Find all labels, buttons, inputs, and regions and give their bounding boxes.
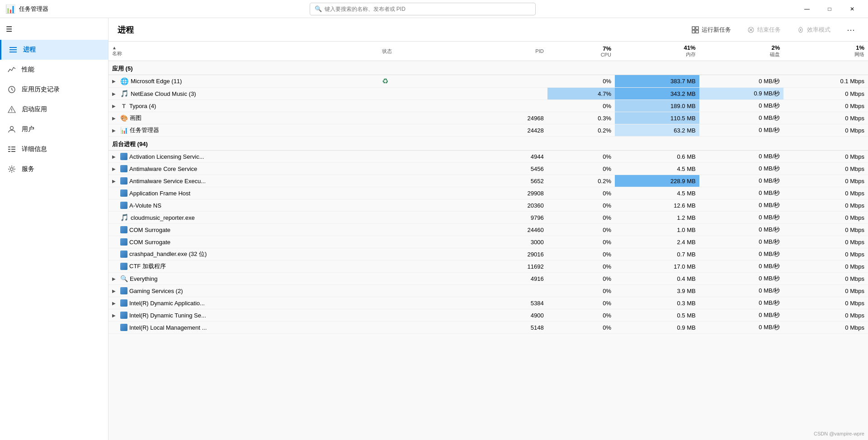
process-name-cell: ▶ 🎵 NetEase Cloud Music (3) <box>108 88 378 100</box>
expand-arrow[interactable]: ▶ <box>112 91 118 96</box>
expand-arrow[interactable]: ▶ <box>112 313 118 318</box>
process-table-container[interactable]: ▲ 名称 状态 PID <box>108 42 868 440</box>
process-icon: 🎵 <box>120 90 129 98</box>
process-name: 任务管理器 <box>130 126 375 134</box>
process-status-cell <box>378 285 480 297</box>
table-row[interactable]: ▶ Activation Licensing Servic... 4944 0%… <box>108 151 868 163</box>
table-row[interactable]: ▶ Intel(R) Dynamic Tuning Se... 4900 0% … <box>108 309 868 322</box>
col-disk[interactable]: 2% 磁盘 <box>699 42 784 61</box>
process-network: 0 Mbps <box>783 100 868 112</box>
table-row[interactable]: ▶ 📊 任务管理器 24428 0.2% 63.2 MB 0 MB/秒 0 Mb… <box>108 124 868 137</box>
svg-point-7 <box>10 127 14 130</box>
end-task-button[interactable]: 结束任务 <box>744 24 784 36</box>
table-row[interactable]: ▶ CTF 加载程序 11692 0% 17.0 MB 0 MB/秒 0 Mbp… <box>108 260 868 273</box>
sidebar-item-performance[interactable]: 性能 <box>0 60 108 80</box>
process-status-cell <box>378 187 480 199</box>
minimize-button[interactable]: — <box>797 2 817 16</box>
process-memory: 2.4 MB <box>615 236 699 248</box>
process-pid: 20360 <box>480 199 547 212</box>
process-network: 0 Mbps <box>783 236 868 248</box>
process-name-cell: ▶ T Typora (4) <box>108 100 378 112</box>
expand-arrow[interactable]: ▶ <box>112 289 118 293</box>
sidebar-item-app-history[interactable]: 应用历史记录 <box>0 80 108 99</box>
expand-arrow[interactable]: ▶ <box>112 179 118 184</box>
process-name: COM Surrogate <box>129 239 375 246</box>
sidebar-item-users[interactable]: 用户 <box>0 119 108 139</box>
table-row[interactable]: ▶ COM Surrogate 24460 0% 1.0 MB 0 MB/秒 0… <box>108 224 868 236</box>
process-network: 0 Mbps <box>783 187 868 199</box>
process-name-cell: ▶ CTF 加载程序 <box>108 260 378 273</box>
expand-arrow[interactable]: ▶ <box>112 166 118 171</box>
process-icon <box>120 263 127 270</box>
more-options-button[interactable]: ⋯ <box>843 23 859 37</box>
process-name-cell: ▶ Gaming Services (2) <box>108 285 378 297</box>
process-pid: 5384 <box>480 297 547 309</box>
search-box[interactable]: 🔍 <box>310 3 536 15</box>
sidebar-label-details: 详细信息 <box>22 145 47 153</box>
expand-arrow[interactable]: ▶ <box>112 154 118 159</box>
expand-arrow[interactable]: ▶ <box>112 79 118 84</box>
table-row[interactable]: ▶ Application Frame Host 29908 0% 4.5 MB… <box>108 187 868 199</box>
table-row[interactable]: ▶ T Typora (4) 0% 189.0 MB 0 MB/秒 0 Mbps <box>108 100 868 112</box>
process-memory: 4.5 MB <box>615 187 699 199</box>
main-layout: ☰ 进程 性能 应用历史记录 启动应用 <box>0 18 868 440</box>
table-row[interactable]: ▶ 🎵 cloudmusic_reporter.exe 9796 0% 1.2 … <box>108 212 868 224</box>
process-memory: 3.9 MB <box>615 285 699 297</box>
close-button[interactable]: ✕ <box>842 2 863 16</box>
table-row[interactable]: ▶ 🔍 Everything 4916 0% 0.4 MB 0 MB/秒 0 M… <box>108 273 868 285</box>
col-network[interactable]: 1% 网络 <box>783 42 868 61</box>
process-disk: 0 MB/秒 <box>699 224 784 236</box>
table-row[interactable]: ▶ A-Volute NS 20360 0% 12.6 MB 0 MB/秒 0 … <box>108 199 868 212</box>
table-row[interactable]: ▶ 🎵 NetEase Cloud Music (3) 4.7% 343.2 M… <box>108 88 868 100</box>
process-name: Intel(R) Dynamic Applicatio... <box>129 300 375 307</box>
table-row[interactable]: ▶ Antimalware Service Execu... 5652 0.2%… <box>108 175 868 187</box>
process-disk: 0 MB/秒 <box>699 100 784 112</box>
process-memory: 12.6 MB <box>615 199 699 212</box>
process-pid: 24428 <box>480 124 547 137</box>
expand-arrow[interactable]: ▶ <box>112 276 118 281</box>
process-cpu: 4.7% <box>547 88 615 100</box>
table-row[interactable]: ▶ Gaming Services (2) 0% 3.9 MB 0 MB/秒 0… <box>108 285 868 297</box>
table-row[interactable]: ▶ 🌐 Microsoft Edge (11) ♻ 0% 383.7 MB 0 … <box>108 75 868 88</box>
table-row[interactable]: ▶ COM Surrogate 3000 0% 2.4 MB 0 MB/秒 0 … <box>108 236 868 248</box>
table-row[interactable]: ▶ Intel(R) Local Management ... 5148 0% … <box>108 322 868 334</box>
process-network: 0 Mbps <box>783 112 868 124</box>
col-status[interactable]: 状态 <box>378 42 480 61</box>
svg-rect-2 <box>9 52 17 52</box>
process-disk: 0 MB/秒 <box>699 248 784 260</box>
sort-arrow-name: ▲ <box>112 45 117 50</box>
col-pid[interactable]: PID <box>480 42 547 61</box>
run-new-task-button[interactable]: 运行新任务 <box>688 24 735 36</box>
table-row[interactable]: ▶ Intel(R) Dynamic Applicatio... 5384 0%… <box>108 297 868 309</box>
expand-arrow[interactable]: ▶ <box>112 116 118 121</box>
process-name: Intel(R) Dynamic Tuning Se... <box>129 312 375 319</box>
efficiency-mode-button[interactable]: 效率模式 <box>793 24 834 36</box>
expand-arrow[interactable]: ▶ <box>112 104 118 109</box>
app-icon: 📊 <box>5 4 15 14</box>
table-row[interactable]: ▶ crashpad_handler.exe (32 位) 29016 0% 0… <box>108 248 868 260</box>
sidebar-item-services[interactable]: 服务 <box>0 159 108 179</box>
process-network: 0 Mbps <box>783 224 868 236</box>
col-cpu[interactable]: 7% CPU <box>547 42 615 61</box>
col-memory[interactable]: 41% 内存 <box>615 42 699 61</box>
svg-rect-1 <box>9 49 17 50</box>
table-row[interactable]: ▶ Antimalware Core Service 5456 0% 4.5 M… <box>108 163 868 175</box>
process-icon: T <box>120 103 127 109</box>
sidebar-item-processes[interactable]: 进程 <box>0 40 108 60</box>
process-cpu: 0% <box>547 199 615 212</box>
process-memory: 189.0 MB <box>615 100 699 112</box>
process-network: 0 Mbps <box>783 309 868 322</box>
search-input[interactable] <box>325 6 531 12</box>
expand-arrow[interactable]: ▶ <box>112 128 118 133</box>
sidebar-item-startup[interactable]: 启动应用 <box>0 99 108 119</box>
process-network: 0 Mbps <box>783 297 868 309</box>
hamburger-menu-button[interactable]: ☰ <box>0 20 18 38</box>
maximize-button[interactable]: □ <box>819 2 840 16</box>
process-cpu: 0% <box>547 212 615 224</box>
col-name[interactable]: ▲ 名称 <box>108 42 378 61</box>
table-row[interactable]: ▶ 🎨 画图 24968 0.3% 110.5 MB 0 MB/秒 0 Mbps <box>108 112 868 124</box>
process-icon <box>120 312 127 319</box>
expand-arrow[interactable]: ▶ <box>112 301 118 306</box>
sidebar-item-details[interactable]: 详细信息 <box>0 139 108 159</box>
process-status-cell <box>378 297 480 309</box>
